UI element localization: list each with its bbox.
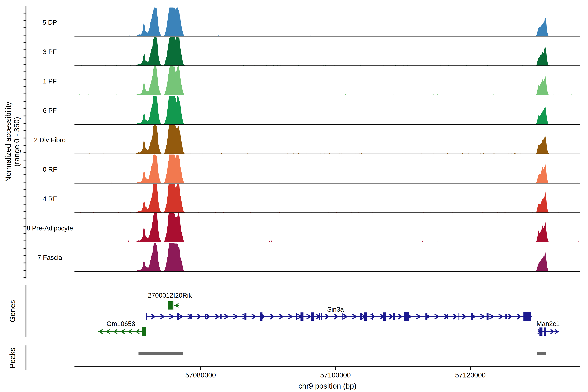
track-baseline bbox=[74, 183, 580, 184]
gene-model-sin3a bbox=[146, 312, 532, 321]
track-label-8-pre-adipocyte: 8 Pre-Adipocyte bbox=[13, 224, 86, 232]
track-signal-7-fascia bbox=[74, 243, 580, 272]
track-label-3pf: 3 PF bbox=[13, 47, 86, 56]
y-axis-title-line2: (range 0 - 350) bbox=[12, 117, 21, 166]
track-baseline bbox=[74, 242, 580, 242]
track-label-2-div-fibro: 2 Div Fibro bbox=[13, 136, 86, 144]
track-label-1pf: 1 PF bbox=[13, 77, 86, 86]
track-baseline bbox=[74, 124, 580, 125]
peaks-bracket bbox=[26, 346, 26, 370]
tracks-left-axis bbox=[24, 6, 26, 370]
gene-label-2700012i20rik: 2700012I20Rik bbox=[148, 292, 192, 299]
track-label-4rf: 4 RF bbox=[13, 194, 86, 203]
x-axis-title: chr9 position (bp) bbox=[254, 382, 401, 390]
track-baseline bbox=[74, 36, 580, 36]
track-label-7-fascia: 7 Fascia bbox=[13, 253, 86, 262]
gene-label-man2c1: Man2c1 bbox=[536, 320, 560, 328]
track-signal-2-div-fibro bbox=[74, 125, 580, 154]
track-baseline bbox=[74, 66, 580, 66]
peak-call-bar bbox=[138, 352, 183, 355]
gene-label-gm10658: Gm10658 bbox=[106, 320, 135, 328]
peak-calls bbox=[138, 352, 546, 355]
gene-label-sin3a: Sin3a bbox=[327, 306, 344, 313]
genes-section-label: Genes bbox=[8, 300, 17, 322]
track-signal-5-dp bbox=[74, 8, 580, 36]
track-signal-8-pre-adipocyte bbox=[74, 213, 580, 242]
track-signal-4-rf bbox=[74, 184, 580, 213]
gene-model-2700012i20rik bbox=[168, 301, 179, 310]
track-signal-3-pf bbox=[74, 37, 580, 66]
track-baseline bbox=[74, 154, 580, 154]
peaks-section-label: Peaks bbox=[8, 348, 17, 368]
genome-browser-canvas bbox=[0, 0, 588, 392]
track-baseline bbox=[74, 271, 580, 272]
x-axis bbox=[74, 366, 580, 370]
track-label-0rf: 0 RF bbox=[13, 165, 86, 174]
y-axis-title-line1: Normalized accessibility bbox=[4, 102, 12, 182]
gene-model-gm10658 bbox=[98, 327, 146, 336]
track-signal-6-pf bbox=[74, 96, 580, 125]
track-label-5dp: 5 DP bbox=[13, 18, 86, 27]
genes-bracket bbox=[26, 285, 26, 337]
track-baseline bbox=[74, 212, 580, 213]
figure-root: { "figure": { "y_axis_title_line1": "Nor… bbox=[0, 0, 588, 392]
gene-model-man2c1 bbox=[538, 328, 558, 336]
x-tick-57120000: 57120000 bbox=[443, 371, 498, 379]
track-baseline bbox=[74, 95, 580, 96]
x-tick-57080000: 57080000 bbox=[173, 371, 228, 379]
track-signal-1-pf bbox=[74, 66, 580, 96]
x-tick-57100000: 57100000 bbox=[308, 371, 363, 379]
track-signal-0-rf bbox=[74, 154, 580, 184]
track-label-6pf: 6 PF bbox=[13, 106, 86, 115]
peak-call-bar bbox=[537, 352, 546, 355]
